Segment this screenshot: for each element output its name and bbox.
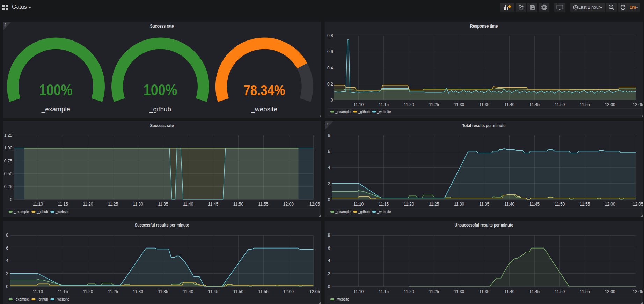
svg-text:11:40: 11:40 [183,202,193,207]
svg-text:11:55: 11:55 [580,102,590,107]
svg-text:11:55: 11:55 [580,202,590,207]
svg-text:_website: _website [55,210,69,214]
svg-text:2: 2 [328,181,330,186]
svg-text:12:05: 12:05 [309,202,320,207]
svg-text:_example: _example [335,210,351,214]
svg-text:11:35: 11:35 [479,202,489,207]
svg-text:11:35: 11:35 [479,289,489,294]
svg-text:6: 6 [328,149,330,154]
svg-text:11:15: 11:15 [379,102,389,107]
svg-text:11:25: 11:25 [429,202,439,207]
svg-text:11:10: 11:10 [353,202,364,207]
svg-text:11:20: 11:20 [404,102,414,107]
svg-text:11:15: 11:15 [58,289,68,294]
svg-text:0.4: 0.4 [327,66,333,71]
svg-text:12:05: 12:05 [633,102,643,107]
svg-text:8: 8 [6,233,8,238]
svg-text:Total results per minute: Total results per minute [462,123,506,128]
svg-text:11:35: 11:35 [158,202,168,207]
svg-text:11:25: 11:25 [429,289,439,294]
svg-text:12:00: 12:00 [283,202,294,207]
svg-text:_website: _website [55,297,69,301]
svg-text:11:10: 11:10 [33,289,43,294]
svg-text:0: 0 [10,197,13,202]
svg-text:_github: _github [149,105,171,113]
svg-text:Successful results per minute: Successful results per minute [135,222,189,228]
svg-text:11:10: 11:10 [353,102,364,107]
svg-text:Unsuccessful results per minut: Unsuccessful results per minute [455,222,513,228]
svg-text:4: 4 [6,258,8,263]
svg-text:11:25: 11:25 [108,202,118,207]
svg-text:11:50: 11:50 [233,202,243,207]
svg-text:Response time: Response time [470,23,498,29]
svg-text:12:00: 12:00 [605,102,615,107]
svg-text:11:55: 11:55 [258,202,268,207]
svg-text:_website: _website [377,210,391,214]
svg-text:11:20: 11:20 [404,289,414,294]
svg-text:_website: _website [251,105,277,113]
svg-text:11:50: 11:50 [555,102,565,107]
svg-text:11:15: 11:15 [379,202,389,207]
svg-text:0: 0 [328,284,330,289]
svg-text:11:30: 11:30 [454,202,464,207]
svg-text:_github: _github [358,210,370,214]
svg-text:2: 2 [328,271,330,276]
svg-text:Success rate: Success rate [150,23,174,29]
svg-text:0: 0 [6,284,8,289]
svg-text:100%: 100% [39,81,72,98]
svg-text:11:30: 11:30 [454,289,464,294]
svg-text:11:40: 11:40 [504,289,514,294]
svg-text:11:25: 11:25 [429,102,439,107]
svg-text:11:10: 11:10 [353,289,364,294]
svg-text:11:15: 11:15 [379,289,389,294]
svg-text:11:25: 11:25 [108,289,118,294]
svg-text:12:00: 12:00 [605,289,615,294]
svg-text:12:05: 12:05 [633,202,643,207]
svg-text:11:50: 11:50 [555,289,565,294]
svg-text:11:30: 11:30 [454,102,464,107]
svg-text:11:50: 11:50 [233,289,243,294]
svg-text:Success rate: Success rate [150,123,174,128]
svg-text:1.25: 1.25 [4,133,13,138]
svg-text:6: 6 [6,246,8,251]
svg-text:11:40: 11:40 [504,102,514,107]
svg-text:8: 8 [328,233,330,238]
svg-text:78.34%: 78.34% [243,82,285,98]
svg-text:11:40: 11:40 [183,289,193,294]
svg-text:11:45: 11:45 [529,102,540,107]
svg-text:12:05: 12:05 [309,289,320,294]
svg-text:11:20: 11:20 [404,202,414,207]
svg-text:0.50: 0.50 [4,171,13,176]
svg-text:2: 2 [6,271,8,276]
svg-text:0.6: 0.6 [327,49,333,54]
svg-text:11:20: 11:20 [83,202,93,207]
svg-text:_github: _github [36,210,48,214]
svg-text:1.00: 1.00 [4,146,13,150]
svg-text:11:50: 11:50 [555,202,565,207]
svg-text:6: 6 [328,246,330,251]
svg-text:12:00: 12:00 [605,202,615,207]
svg-text:11:35: 11:35 [479,102,489,107]
svg-text:11:45: 11:45 [208,202,218,207]
svg-text:11:30: 11:30 [133,289,143,294]
svg-text:11:45: 11:45 [208,289,218,294]
svg-text:_website: _website [377,110,391,114]
svg-text:0: 0 [331,98,333,103]
svg-text:0.2: 0.2 [327,82,333,87]
svg-text:_example: _example [13,210,29,214]
svg-text:11:20: 11:20 [83,289,93,294]
svg-text:11:40: 11:40 [504,202,514,207]
svg-text:_website: _website [335,297,349,301]
svg-text:11:10: 11:10 [33,202,43,207]
svg-text:0.8: 0.8 [327,33,333,38]
svg-text:11:15: 11:15 [58,202,68,207]
svg-text:12:00: 12:00 [283,289,294,294]
svg-text:_example: _example [335,110,351,114]
svg-text:0.75: 0.75 [4,158,13,163]
svg-text:11:55: 11:55 [258,289,268,294]
svg-text:11:30: 11:30 [133,202,143,207]
svg-text:11:45: 11:45 [529,289,540,294]
svg-text:4: 4 [328,258,330,263]
svg-text:i: i [5,23,6,27]
svg-text:11:45: 11:45 [529,202,540,207]
